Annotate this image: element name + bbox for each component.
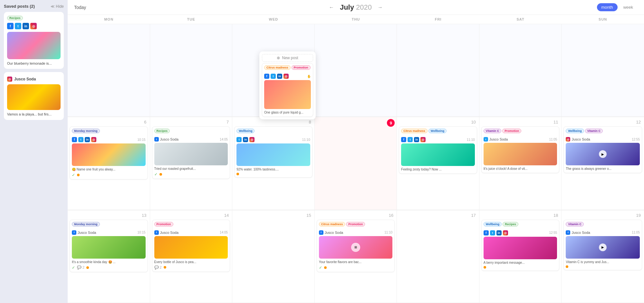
orange-dot-7 bbox=[159, 173, 162, 176]
hide-button[interactable]: ≪ Hide bbox=[51, 4, 64, 9]
month-view-button[interactable]: month bbox=[597, 3, 618, 11]
saved-card-1[interactable]: Recipes f t in ◎ Our blueberry lemonade … bbox=[4, 12, 64, 69]
month-year-title: July 2020 bbox=[340, 3, 372, 12]
tw-icon: t bbox=[78, 137, 83, 142]
post-time-18: 12:55 bbox=[549, 231, 557, 234]
post-time-19: 11:05 bbox=[632, 231, 640, 234]
cal-cell-empty-1 bbox=[68, 24, 150, 117]
popup-image bbox=[264, 80, 311, 109]
day-number-14: 14 bbox=[152, 212, 230, 218]
post-image-19: ▶ bbox=[566, 236, 640, 259]
day-header-wed: WED bbox=[232, 15, 315, 24]
week-view-button[interactable]: week bbox=[619, 3, 638, 11]
post-image-8 bbox=[236, 143, 310, 166]
popup-header: f t in ◎ ✋ bbox=[264, 74, 311, 79]
popup-post-card[interactable]: Citrus madness Promotion f t in ◎ ✋ One … bbox=[262, 63, 313, 117]
account-name: Jusco Soda bbox=[14, 77, 36, 81]
post-header-8: t in ◎ 11:10 bbox=[236, 137, 310, 142]
popup-caption: One glass of pure liquid g... bbox=[264, 110, 311, 115]
day-number-12: 12 bbox=[563, 119, 642, 125]
post-header-7: f Jusco Soda 14:05 bbox=[154, 137, 228, 142]
social-icons-8: t in ◎ bbox=[236, 137, 255, 142]
plus-circle-icon: ⊕ bbox=[277, 56, 280, 60]
day-number-18: 18 bbox=[481, 212, 560, 218]
post-card-12-1[interactable]: Wellbeing Vitamin C ◎ Jusco Soda 12:55 ▶ bbox=[563, 126, 642, 173]
account-name-14: Jusco Soda bbox=[160, 231, 178, 234]
post-image-16: ⊞ bbox=[319, 236, 393, 259]
tag-wellbeing-18: Wellbeing bbox=[484, 222, 502, 226]
today-button[interactable]: Today bbox=[74, 5, 86, 10]
check-icon-13: ✓ bbox=[72, 265, 75, 270]
cal-cell-19: 19 Vitamin C f Jusco Soda 11:05 bbox=[562, 210, 644, 303]
post-card-13-1[interactable]: Monday morning f Jusco Soda 10:15 It's a… bbox=[70, 220, 148, 272]
post-header-11: t Jusco Soda 11:05 bbox=[484, 137, 557, 142]
cal-cell-11: 11 Vitamin C Promotion t Jusco Soda 11:0… bbox=[479, 117, 562, 210]
fb-icon-14: f bbox=[154, 230, 159, 235]
cal-cell-17: 17 bbox=[397, 210, 479, 303]
popup-cursor: ✋ bbox=[307, 75, 311, 78]
post-caption-16: Your favorite flavors are bac... bbox=[319, 260, 393, 264]
post-card-18-1[interactable]: Wellbeing Recipes f t in ◎ 12:55 bbox=[481, 220, 560, 271]
cal-cell-16: 16 Citrus madness Promotion f Jusco Soda… bbox=[315, 210, 397, 303]
prev-month-button[interactable]: ← bbox=[327, 4, 336, 11]
day-number-17: 17 bbox=[399, 212, 477, 218]
topbar-center: ← July 2020 → bbox=[327, 3, 385, 12]
post-card-19-1[interactable]: Vitamin C f Jusco Soda 11:05 ▶ Vi bbox=[563, 220, 642, 270]
new-post-button[interactable]: ⊕ New post bbox=[262, 54, 313, 62]
tag-promotion-16: Promotion bbox=[346, 222, 365, 226]
saved-card-image-2 bbox=[7, 84, 61, 110]
saved-card-image-1 bbox=[7, 32, 61, 59]
ig-icon-12: ◎ bbox=[566, 137, 570, 142]
post-image-7 bbox=[154, 143, 228, 165]
account-name-13: Jusco Soda bbox=[78, 231, 96, 234]
popup-tags: Citrus madness Promotion bbox=[264, 65, 311, 72]
post-image-13 bbox=[72, 236, 146, 259]
orange-dot-14 bbox=[164, 266, 166, 269]
next-month-button[interactable]: → bbox=[376, 4, 385, 11]
play-icon-12: ▶ bbox=[599, 150, 607, 158]
post-card-11-1[interactable]: Vitamin C Promotion t Jusco Soda 11:05 I… bbox=[481, 126, 560, 173]
post-card-6-1[interactable]: Monday morning f t in ◎ 10:15 😋 Name one bbox=[70, 126, 148, 179]
cal-cell-6: 6 Monday morning f t in ◎ 10:15 bbox=[68, 117, 150, 210]
cal-cell-12: 12 Wellbeing Vitamin C ◎ Jusco Soda 12:5… bbox=[562, 117, 644, 210]
cal-cell-empty-7 bbox=[562, 24, 644, 117]
post-time-11: 11:05 bbox=[549, 138, 557, 141]
tag-vitaminc-11: Vitamin C bbox=[484, 129, 501, 133]
post-card-7-1[interactable]: Recipes f Jusco Soda 14:05 Tried our roa… bbox=[152, 126, 230, 179]
instagram-icon: ◎ bbox=[30, 23, 37, 29]
tag-vitaminc-19: Vitamin C bbox=[566, 222, 583, 226]
post-time-12: 12:55 bbox=[632, 138, 640, 141]
post-card-10-1[interactable]: Citrus madness Wellbeing f t in ◎ 11:10 bbox=[399, 126, 477, 174]
ig-icon: ◎ bbox=[91, 137, 96, 142]
post-header-18: f t in ◎ 12:55 bbox=[484, 230, 557, 235]
orange-dot-18 bbox=[484, 266, 486, 269]
tag-vitaminc-12: Vitamin C bbox=[585, 129, 603, 133]
cal-cell-empty-2 bbox=[150, 24, 233, 117]
post-card-8-1[interactable]: Wellbeing t in ◎ 11:10 92% water. 100% t… bbox=[234, 126, 312, 178]
saved-card-2[interactable]: ◎ Jusco Soda Vamos a la playa... but fir… bbox=[4, 72, 64, 120]
post-caption-18: A berry important message... bbox=[484, 261, 557, 265]
check-icon: ✓ bbox=[72, 173, 75, 177]
social-icons-18: f t in ◎ bbox=[484, 230, 508, 235]
check-icon-7: ✓ bbox=[154, 172, 158, 177]
cal-cell-13: 13 Monday morning f Jusco Soda 10:15 It'… bbox=[68, 210, 150, 303]
post-footer-18 bbox=[484, 266, 557, 269]
post-header-14: f Jusco Soda 14:05 bbox=[154, 230, 228, 235]
day-9-popup[interactable]: ⊕ New post Citrus madness Promotion f t … bbox=[259, 51, 316, 119]
tw-icon-11: t bbox=[484, 137, 488, 142]
day-header-mon: MON bbox=[68, 15, 150, 24]
calendar: MON TUE WED THU FRI SAT SUN bbox=[68, 15, 644, 303]
week-row-3: 13 Monday morning f Jusco Soda 10:15 It'… bbox=[68, 210, 644, 303]
account-13: f Jusco Soda bbox=[72, 230, 96, 235]
post-caption-12: The grass is always greener o... bbox=[566, 167, 640, 171]
post-card-16-1[interactable]: Citrus madness Promotion f Jusco Soda 11… bbox=[317, 220, 395, 272]
post-caption-10: Feeling zesty today? Now ... bbox=[401, 167, 475, 171]
day-number-9: 9 bbox=[387, 119, 395, 127]
main-calendar: Today ← July 2020 → month week MON TUE W… bbox=[68, 0, 644, 303]
week-row-1 bbox=[68, 24, 644, 117]
account-row: ◎ Jusco Soda bbox=[7, 77, 61, 82]
tag-promotion-popup: Promotion bbox=[292, 65, 311, 70]
account-11: t Jusco Soda bbox=[484, 137, 508, 142]
twitter-icon: t bbox=[15, 23, 21, 29]
post-card-14-1[interactable]: Promotion f Jusco Soda 14:05 Every bottl… bbox=[152, 220, 230, 272]
